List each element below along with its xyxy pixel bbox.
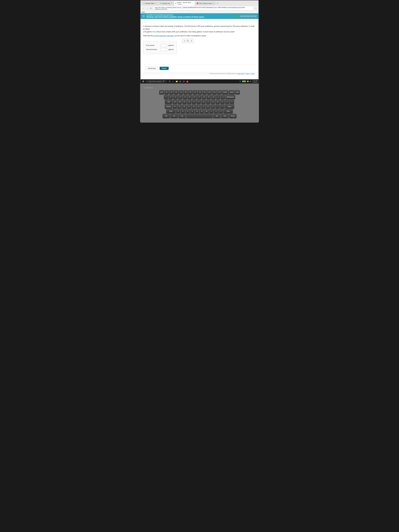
key-equals[interactable]: + <box>221 95 225 99</box>
taskbar-search[interactable]: ○ Type here to search 🎤 <box>146 80 167 83</box>
key-a[interactable]: A <box>173 104 177 109</box>
tab-vhl[interactable]: 🔴 VHL Central | Log in × <box>195 2 215 5</box>
tab-periodic-table[interactable]: 📋 Periodic Table × <box>141 2 158 5</box>
key-capslk[interactable]: CapsLk <box>165 104 172 109</box>
key-r[interactable]: R <box>187 100 191 104</box>
tab1-close[interactable]: × <box>156 2 157 4</box>
key-backspace[interactable]: Backspace <box>226 95 235 99</box>
back-button[interactable]: ← <box>142 7 145 10</box>
explorer-icon[interactable]: 📁 <box>175 80 178 83</box>
key-backslash[interactable]: \ <box>230 100 234 104</box>
key-rbracket[interactable]: ] <box>225 100 229 104</box>
mail-icon[interactable]: ✉ <box>182 80 185 83</box>
key-f4[interactable]: F4 <box>179 90 183 94</box>
key-7[interactable]: 7 <box>197 95 201 99</box>
key-quote[interactable]: " <box>220 104 224 109</box>
tab4-close[interactable]: × <box>213 2 214 4</box>
key-home[interactable]: Home <box>229 114 236 118</box>
key-f7[interactable]: F7 <box>193 90 197 94</box>
bookmark-button[interactable]: ☆ <box>254 7 257 10</box>
chrome-icon[interactable]: ⬤ <box>186 80 189 83</box>
clear-button[interactable]: × <box>184 40 185 42</box>
key-prtsc[interactable]: PrtSc <box>222 90 228 94</box>
edge-icon[interactable]: e <box>172 80 175 83</box>
key-q[interactable]: Q <box>173 100 177 104</box>
key-d[interactable]: D <box>182 104 186 109</box>
key-f6[interactable]: F6 <box>188 90 192 94</box>
chevron-down-button[interactable]: ⌄ <box>143 19 146 22</box>
key-del[interactable]: Del <box>235 90 240 94</box>
key-esc[interactable]: Esc <box>159 90 164 94</box>
key-1[interactable]: 1 <box>169 95 173 99</box>
second-brand-input[interactable] <box>160 48 167 51</box>
key-v[interactable]: V <box>190 109 195 113</box>
key-e[interactable]: E <box>182 100 187 104</box>
key-space[interactable] <box>186 114 213 118</box>
key-9[interactable]: 9 <box>207 95 211 99</box>
key-f9[interactable]: F9 <box>203 90 207 94</box>
key-t[interactable]: T <box>192 100 196 104</box>
key-f8[interactable]: F8 <box>198 90 202 94</box>
new-tab-button[interactable]: + <box>216 2 219 5</box>
key-insert[interactable]: Insert <box>229 90 235 94</box>
key-5[interactable]: 5 <box>188 95 192 99</box>
key-6[interactable]: 6 <box>192 95 196 99</box>
aleks-calculator-link[interactable]: ALEKS graphing calculator <box>153 35 174 37</box>
key-rctrl[interactable]: Ctrl <box>221 114 228 118</box>
hamburger-icon[interactable]: ☰ <box>143 15 145 18</box>
access-link[interactable]: Access <box>251 73 254 74</box>
key-k[interactable]: K <box>206 104 210 109</box>
key-y[interactable]: Y <box>196 100 201 104</box>
tab-aleks-link[interactable]: 🔗 ALEKS Link × <box>158 2 173 5</box>
key-w[interactable]: W <box>177 100 182 104</box>
key-f10[interactable]: F10 <box>207 90 212 94</box>
key-l[interactable]: L <box>211 104 215 109</box>
refresh-button[interactable]: ↻ <box>150 7 152 10</box>
key-f2[interactable]: F2 <box>169 90 173 94</box>
key-f[interactable]: F <box>187 104 191 109</box>
key-comma[interactable]: < <box>209 109 214 113</box>
key-enter[interactable]: Enter <box>225 104 234 109</box>
key-lctrl[interactable]: Ctrl <box>163 114 170 118</box>
terms-link[interactable]: Terms of Use <box>237 73 244 74</box>
key-2[interactable]: 2 <box>173 95 177 99</box>
key-b[interactable]: B <box>195 109 199 113</box>
check-button[interactable]: Check <box>160 67 169 70</box>
key-g[interactable]: G <box>192 104 196 109</box>
key-z[interactable]: Z <box>176 109 180 113</box>
key-minus[interactable]: — <box>216 95 220 99</box>
key-h[interactable]: H <box>196 104 201 109</box>
help-button[interactable]: ? <box>191 40 192 42</box>
url-field[interactable]: www-awn.aleks.com/alekscgi/x/lsl.exe/1o_… <box>153 6 253 10</box>
key-slash[interactable]: ? <box>219 109 223 113</box>
key-j[interactable]: J <box>201 104 205 109</box>
key-lbracket[interactable]: [ <box>220 100 225 104</box>
tab-aleks-main[interactable]: A ALEKS · Rachel West - Learn × <box>174 1 195 6</box>
key-u[interactable]: U <box>201 100 206 104</box>
store-icon[interactable]: 🛍 <box>179 80 182 83</box>
key-f12[interactable]: F12 <box>217 90 222 94</box>
key-x[interactable]: X <box>181 109 185 113</box>
tab2-close[interactable]: × <box>171 2 172 4</box>
privacy-link[interactable]: Privacy <box>246 73 249 74</box>
key-tilde[interactable]: ~ <box>164 95 168 99</box>
key-c[interactable]: C <box>185 109 190 113</box>
key-m[interactable]: M <box>204 109 209 113</box>
key-win[interactable]: ⊞ <box>171 114 178 118</box>
key-p[interactable]: P <box>215 100 220 104</box>
key-s[interactable]: S <box>177 104 182 109</box>
key-tab[interactable]: Tab <box>165 100 172 104</box>
key-semicolon[interactable]: ; <box>215 104 220 109</box>
key-lalt[interactable]: Alt <box>178 114 186 118</box>
explanation-button[interactable]: Explanation <box>146 67 158 70</box>
key-period[interactable]: > <box>214 109 218 113</box>
key-lshift[interactable]: Shift <box>166 109 176 113</box>
key-n[interactable]: N <box>200 109 204 113</box>
key-ralt[interactable]: Alt <box>213 114 221 118</box>
key-o[interactable]: O <box>211 100 215 104</box>
key-4[interactable]: 4 <box>183 95 187 99</box>
key-f3[interactable]: F3 <box>174 90 178 94</box>
taskview-icon[interactable]: ⧉ <box>168 80 171 83</box>
first-brand-input[interactable] <box>160 44 167 47</box>
key-f1[interactable]: F1 <box>165 90 169 94</box>
